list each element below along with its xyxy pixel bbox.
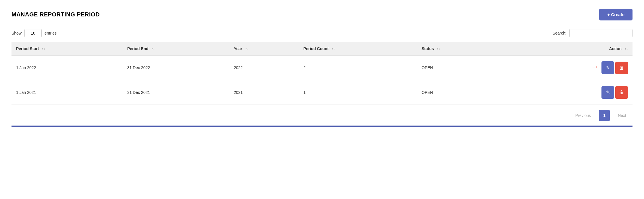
cell-period-count-1: 2: [299, 55, 417, 80]
table-row: 1 Jan 2022 31 Dec 2022 2022 2 OPEN → ✎ 🗑: [11, 55, 633, 80]
col-period-end: Period End ↑↓: [123, 42, 229, 55]
cell-period-end-1: 31 Dec 2022: [123, 55, 229, 80]
next-button[interactable]: Next: [612, 110, 633, 121]
previous-button[interactable]: Previous: [569, 110, 597, 121]
edit-button-1[interactable]: ✎: [601, 61, 614, 74]
sort-icon-year[interactable]: ↑↓: [245, 47, 249, 51]
delete-button-1[interactable]: 🗑: [615, 62, 628, 74]
entries-suffix: entries: [45, 31, 57, 35]
cell-status-2: OPEN: [417, 80, 498, 105]
pencil-icon: ✎: [606, 65, 610, 71]
table-row: 1 Jan 2021 31 Dec 2021 2021 1 OPEN ✎ 🗑: [11, 80, 633, 105]
sort-icon-period-count[interactable]: ↑↓: [331, 47, 335, 51]
cell-action-1: → ✎ 🗑: [498, 55, 633, 80]
sort-icon-period-end[interactable]: ↑↓: [151, 47, 155, 51]
cell-period-start-1: 1 Jan 2022: [11, 55, 123, 80]
table-header-row: Period Start ↑↓ Period End ↑↓ Year ↑↓ Pe…: [11, 42, 633, 55]
cell-period-count-2: 1: [299, 80, 417, 105]
delete-button-2[interactable]: 🗑: [615, 86, 628, 99]
cell-year-1: 2022: [229, 55, 299, 80]
sort-icon-status[interactable]: ↑↓: [437, 47, 440, 51]
create-button[interactable]: + Create: [599, 9, 633, 20]
col-period-count: Period Count ↑↓: [299, 42, 417, 55]
cell-year-2: 2021: [229, 80, 299, 105]
sort-icon-action[interactable]: ↑↓: [624, 47, 628, 51]
sort-icon-period-start[interactable]: ↑↓: [42, 47, 45, 51]
page-1-button[interactable]: 1: [599, 110, 610, 121]
col-action: Action ↑↓: [498, 42, 633, 55]
cell-status-1: OPEN: [417, 55, 498, 80]
trash-icon: 🗑: [619, 65, 624, 71]
show-label: Show: [11, 31, 22, 35]
bottom-bar: [11, 126, 633, 127]
cell-action-2: ✎ 🗑: [498, 80, 633, 105]
cell-period-start-2: 1 Jan 2021: [11, 80, 123, 105]
col-period-start: Period Start ↑↓: [11, 42, 123, 55]
data-table: Period Start ↑↓ Period End ↑↓ Year ↑↓ Pe…: [11, 42, 633, 105]
pencil-icon: ✎: [606, 90, 610, 95]
col-status: Status ↑↓: [417, 42, 498, 55]
edit-button-2[interactable]: ✎: [601, 86, 614, 99]
entries-input[interactable]: [24, 29, 42, 37]
page-title: MANAGE REPORTING PERIOD: [11, 11, 100, 18]
pagination: Previous 1 Next: [11, 105, 633, 124]
trash-icon: 🗑: [619, 90, 624, 95]
search-label: Search:: [553, 31, 566, 35]
col-year: Year ↑↓: [229, 42, 299, 55]
arrow-indicator-icon: →: [591, 62, 599, 71]
search-input[interactable]: [569, 29, 633, 37]
cell-period-end-2: 31 Dec 2021: [123, 80, 229, 105]
